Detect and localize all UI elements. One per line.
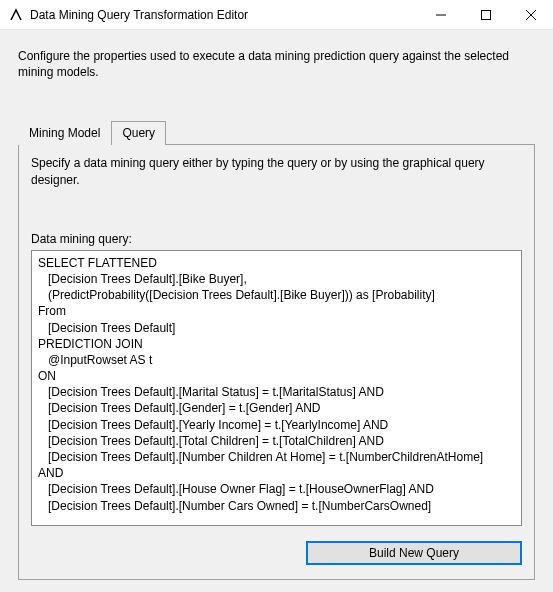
app-icon <box>8 7 24 23</box>
query-field-label: Data mining query: <box>31 232 522 246</box>
maximize-button[interactable] <box>463 0 508 30</box>
titlebar: Data Mining Query Transformation Editor <box>0 0 553 30</box>
svg-rect-1 <box>481 10 490 19</box>
query-panel-description: Specify a data mining query either by ty… <box>31 155 522 187</box>
query-textarea[interactable] <box>31 250 522 526</box>
close-button[interactable] <box>508 0 553 30</box>
svg-line-2 <box>526 10 536 20</box>
button-row: Build New Query <box>31 541 522 565</box>
tab-strip: Mining Model Query <box>18 120 535 144</box>
tab-query[interactable]: Query <box>111 121 166 145</box>
tab-mining-model[interactable]: Mining Model <box>18 121 111 145</box>
svg-line-3 <box>526 10 536 20</box>
tab-panel-query: Specify a data mining query either by ty… <box>18 144 535 579</box>
minimize-button[interactable] <box>418 0 463 30</box>
content-area: Configure the properties used to execute… <box>0 30 553 590</box>
window-title: Data Mining Query Transformation Editor <box>30 8 418 22</box>
build-new-query-button[interactable]: Build New Query <box>306 541 522 565</box>
page-description: Configure the properties used to execute… <box>18 48 535 80</box>
